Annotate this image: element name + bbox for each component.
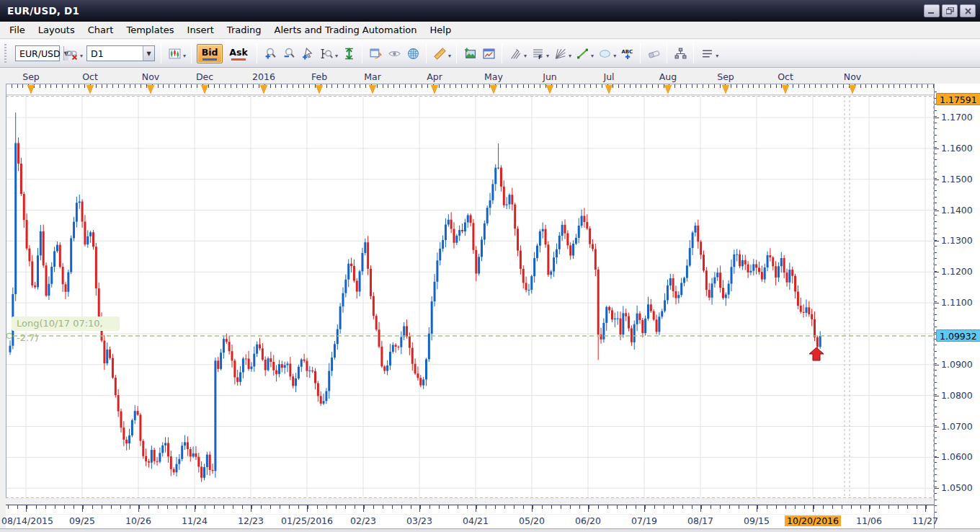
zoom-in-icon[interactable] bbox=[261, 44, 280, 63]
trend-line-icon[interactable] bbox=[573, 44, 592, 63]
date-tick bbox=[251, 505, 251, 512]
price-tick bbox=[935, 179, 939, 180]
globe-icon[interactable] bbox=[404, 44, 422, 63]
menu-bar: FileLayoutsChartTemplatesInsertTradingAl… bbox=[0, 22, 980, 39]
price-tick bbox=[935, 365, 939, 365]
unlink-icon[interactable] bbox=[62, 44, 81, 63]
period-combo[interactable]: D1▼ bbox=[86, 45, 155, 61]
restore-button[interactable] bbox=[942, 4, 958, 17]
ruler-dropdown-arrow[interactable]: ▾ bbox=[448, 53, 451, 59]
date-label-05-20: 05/20 bbox=[519, 515, 545, 526]
date-label-09-25: 09/25 bbox=[69, 515, 95, 526]
price-tick bbox=[935, 303, 939, 303]
menu-item-insert[interactable]: Insert bbox=[181, 22, 220, 37]
date-tick bbox=[363, 505, 364, 512]
price-tick bbox=[935, 396, 939, 396]
date-tick bbox=[138, 505, 139, 512]
date-label-01-25-2016: 01/25/2016 bbox=[281, 515, 333, 526]
chart-type-icon[interactable] bbox=[165, 44, 184, 63]
price-label-1-1700: 1.1700 bbox=[941, 112, 973, 123]
date-tick bbox=[82, 505, 83, 512]
ruler-icon[interactable] bbox=[430, 44, 449, 63]
menu-item-alerts-and-trading-automation[interactable]: Alerts and Trading Automation bbox=[268, 22, 424, 37]
minimize-button[interactable] bbox=[924, 4, 940, 17]
date-tick bbox=[532, 505, 533, 512]
zoom-range-icon[interactable] bbox=[317, 44, 336, 63]
chart-plot[interactable] bbox=[0, 69, 934, 532]
gann-fan-dropdown-arrow[interactable]: ▾ bbox=[569, 53, 571, 59]
date-tick bbox=[195, 505, 195, 512]
shift-chart-icon[interactable] bbox=[366, 44, 385, 63]
unlink-dropdown-arrow[interactable]: ▾ bbox=[80, 53, 83, 59]
menu-item-chart[interactable]: Chart bbox=[81, 22, 120, 37]
fibonacci-icon[interactable]: F bbox=[528, 44, 547, 63]
date-tick bbox=[869, 505, 870, 512]
price-label-1-0600: 1.0600 bbox=[941, 451, 973, 462]
pitchfork-dropdown-arrow[interactable]: ▾ bbox=[524, 53, 527, 59]
period-combo-arrow[interactable]: ▼ bbox=[143, 46, 154, 61]
toolbar-separator bbox=[640, 43, 641, 63]
chart-window-icon[interactable] bbox=[479, 44, 498, 63]
toolbar-separator bbox=[502, 43, 502, 63]
trend-line-dropdown-arrow[interactable]: ▾ bbox=[591, 53, 594, 59]
eye-icon[interactable] bbox=[385, 44, 404, 63]
menu-item-help[interactable]: Help bbox=[424, 22, 458, 37]
ask-toggle-button[interactable]: Ask bbox=[226, 44, 251, 63]
date-tick bbox=[419, 505, 420, 512]
text-label-icon[interactable]: ABC bbox=[618, 44, 636, 63]
date-label-06-20: 06/20 bbox=[575, 515, 601, 526]
symbol-combo[interactable]: EUR/USD▼ bbox=[15, 45, 60, 61]
price-axis[interactable]: 1.17001.16001.15001.14001.13001.12001.11… bbox=[934, 69, 980, 532]
pitchfork-icon[interactable] bbox=[506, 44, 525, 63]
date-label-11-24: 11/24 bbox=[182, 515, 208, 526]
ellipse-shape-dropdown-arrow[interactable]: ▾ bbox=[613, 53, 616, 59]
list-dropdown-arrow[interactable]: ▾ bbox=[716, 53, 718, 59]
date-tick bbox=[925, 505, 926, 512]
menu-item-layouts[interactable]: Layouts bbox=[32, 22, 81, 37]
ask-underline bbox=[231, 58, 246, 61]
fit-vertical-icon[interactable] bbox=[339, 44, 358, 63]
date-label-10-26: 10/26 bbox=[125, 515, 151, 526]
bid-underline bbox=[202, 58, 217, 61]
position-label[interactable]: Long(10/17 07:10, -2.7) bbox=[12, 316, 120, 331]
toolbar-separator bbox=[161, 43, 161, 63]
svg-text:ABC: ABC bbox=[621, 48, 633, 54]
toolbar-grip[interactable] bbox=[3, 44, 8, 63]
price-tick bbox=[935, 272, 939, 272]
zoom-out-icon[interactable] bbox=[280, 44, 298, 63]
fibonacci-dropdown-arrow[interactable]: ▾ bbox=[546, 53, 549, 59]
window-bottom-edge bbox=[0, 528, 980, 532]
sitemap-icon[interactable] bbox=[671, 44, 690, 63]
date-label-11-06: 11/06 bbox=[856, 515, 882, 526]
price-label-1-1500: 1.1500 bbox=[941, 174, 973, 185]
bid-label: Bid bbox=[202, 47, 218, 58]
chart-type-dropdown-arrow[interactable]: ▾ bbox=[183, 53, 186, 59]
bottom-ruler[interactable] bbox=[6, 505, 934, 514]
list-icon[interactable] bbox=[698, 44, 716, 63]
zoom-cursor-icon[interactable] bbox=[298, 44, 317, 63]
date-tick bbox=[588, 505, 589, 512]
toolbar: EUR/USD▼▾D1▼▾BidAsk▾▾▾F▾▾▾▾ABC▾ bbox=[0, 40, 980, 68]
price-label-1-0700: 1.0700 bbox=[941, 421, 973, 432]
ask-label: Ask bbox=[229, 47, 247, 58]
price-label-1-1600: 1.1600 bbox=[941, 143, 973, 154]
date-tick bbox=[26, 505, 27, 512]
date-label-02-23: 02/23 bbox=[350, 515, 376, 526]
menu-item-trading[interactable]: Trading bbox=[220, 22, 268, 37]
date-label-07-19: 07/19 bbox=[631, 515, 657, 526]
menu-item-templates[interactable]: Templates bbox=[120, 22, 180, 37]
gann-fan-icon[interactable] bbox=[551, 44, 569, 63]
price-tick bbox=[935, 118, 939, 118]
price-label-1-0800: 1.0800 bbox=[941, 390, 973, 401]
toolbar-separator bbox=[426, 43, 427, 63]
eraser-icon[interactable] bbox=[644, 44, 663, 63]
date-label-04-21: 04/21 bbox=[463, 515, 489, 526]
ellipse-shape-icon[interactable] bbox=[595, 44, 614, 63]
price-tick bbox=[935, 148, 939, 149]
price-tick bbox=[935, 210, 939, 211]
close-button[interactable] bbox=[960, 4, 976, 17]
zoom-range-dropdown-arrow[interactable]: ▾ bbox=[335, 53, 338, 59]
bid-toggle-button[interactable]: Bid bbox=[197, 44, 223, 63]
add-image-icon[interactable] bbox=[460, 44, 479, 63]
menu-item-file[interactable]: File bbox=[3, 22, 32, 37]
